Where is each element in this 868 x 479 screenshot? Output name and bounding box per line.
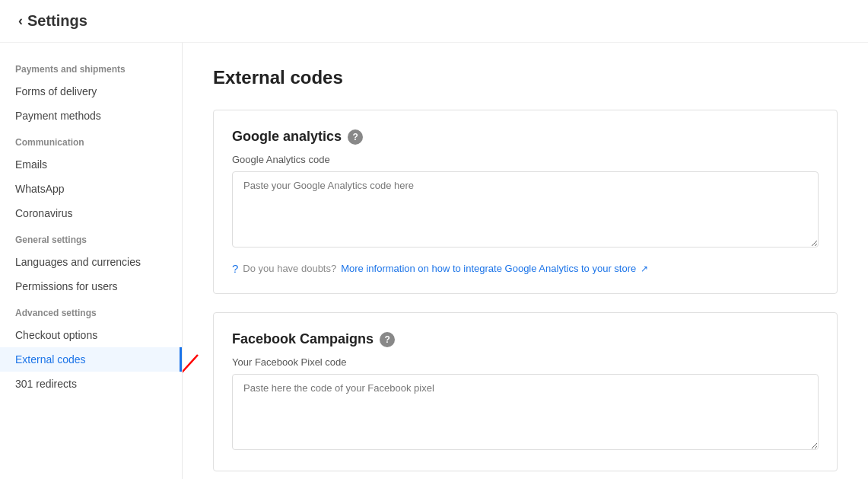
section-card-facebook-campaigns: Facebook Campaigns?Your Facebook Pixel c… — [213, 312, 838, 471]
sidebar-section-label: Advanced settings — [0, 299, 182, 323]
help-icon-facebook-campaigns[interactable]: ? — [380, 332, 395, 347]
sidebar-section-label: Payments and shipments — [0, 55, 182, 79]
section-title-facebook-campaigns: Facebook Campaigns — [232, 331, 374, 347]
main-content: External codes Google analytics?Google A… — [183, 43, 868, 479]
app-container: ‹ Settings Payments and shipmentsForms o… — [0, 0, 868, 479]
code-textarea-facebook-campaigns[interactable] — [232, 374, 819, 450]
sidebar-item-forms-delivery[interactable]: Forms of delivery — [0, 79, 182, 104]
back-button[interactable]: ‹ Settings — [18, 12, 87, 30]
page-header-title: Settings — [27, 12, 87, 30]
help-link-google-analytics[interactable]: More information on how to integrate Goo… — [341, 263, 647, 274]
help-row-google-analytics: ?Do you have doubts? More information on… — [232, 262, 819, 275]
back-icon: ‹ — [18, 13, 23, 29]
content-area: Payments and shipmentsForms of deliveryP… — [0, 43, 868, 479]
code-textarea-google-analytics[interactable] — [232, 171, 819, 247]
section-card-google-analytics: Google analytics?Google Analytics code?D… — [213, 110, 838, 294]
sidebar-section-label: General settings — [0, 225, 182, 250]
sidebar-item-coronavirus[interactable]: Coronavirus — [0, 201, 182, 225]
page-header: ‹ Settings — [0, 0, 868, 43]
help-row-icon-google-analytics: ? — [232, 262, 238, 275]
page-title: External codes — [213, 67, 838, 88]
sidebar-item-emails[interactable]: Emails — [0, 152, 182, 177]
field-label-google-analytics: Google Analytics code — [232, 154, 819, 165]
sidebar-item-payment-methods[interactable]: Payment methods — [0, 104, 182, 128]
help-icon-google-analytics[interactable]: ? — [348, 129, 363, 145]
sidebar-item-checkout-options[interactable]: Checkout options — [0, 323, 182, 347]
sidebar-section-label: Communication — [0, 128, 182, 152]
section-title-google-analytics: Google analytics — [232, 129, 342, 145]
sidebar: Payments and shipmentsForms of deliveryP… — [0, 43, 183, 479]
field-label-facebook-campaigns: Your Facebook Pixel code — [232, 356, 819, 368]
help-prefix-google-analytics: Do you have doubts? — [243, 263, 336, 274]
section-header-facebook-campaigns: Facebook Campaigns? — [232, 331, 819, 347]
sidebar-item-whatsapp[interactable]: WhatsApp — [0, 177, 182, 201]
sidebar-item-languages-currencies[interactable]: Languages and currencies — [0, 250, 182, 274]
svg-line-1 — [183, 355, 198, 439]
ext-link-icon-google-analytics: ↗ — [637, 263, 647, 274]
sidebar-item-permissions-users[interactable]: Permissions for users — [0, 274, 182, 299]
sidebar-item-301-redirects[interactable]: 301 redirects — [0, 372, 182, 396]
section-header-google-analytics: Google analytics? — [232, 129, 819, 145]
sidebar-item-external-codes[interactable]: External codes — [0, 347, 182, 372]
